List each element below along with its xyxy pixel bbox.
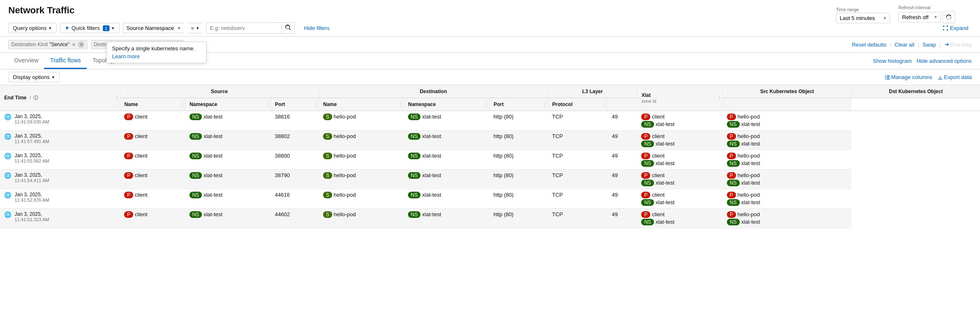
expand-button[interactable]: Expand bbox=[939, 23, 972, 33]
cell-dst-port-5: http (80) bbox=[489, 209, 548, 228]
protocol-val-1: TCP bbox=[552, 133, 563, 139]
col-sep-dst-ns: ⋮ bbox=[483, 101, 489, 108]
reset-defaults-link[interactable]: Reset defaults bbox=[852, 42, 886, 48]
cell-protocol-0: TCP bbox=[548, 111, 607, 131]
col-protocol: Protocol ⋮ bbox=[548, 98, 607, 111]
src-name-tag-3: P bbox=[124, 172, 133, 179]
col-group-src-kube-label: Src Kubernetes Object bbox=[760, 89, 814, 94]
src-kube-tag1-1: P bbox=[641, 133, 650, 140]
zone-id-val-0: 49 bbox=[612, 114, 617, 120]
cell-src-port-3: 38790 bbox=[271, 170, 319, 189]
src-kube-tag1-2: P bbox=[641, 153, 650, 159]
export-data-link[interactable]: Export data bbox=[938, 74, 972, 80]
hide-filters-button[interactable]: Hide filters bbox=[301, 23, 332, 33]
query-options-button[interactable]: Query options ▼ bbox=[8, 23, 57, 33]
tab-actions: Show histogram Hide advanced options bbox=[873, 58, 972, 64]
table-group-header-row: End Time ↑ ⓘ ⋮ Source Destination L3 Lay… bbox=[0, 85, 980, 98]
col-dst-port-label: Port bbox=[494, 101, 504, 107]
learn-more-link[interactable]: Learn more bbox=[112, 53, 201, 59]
dst-kube-tag2-1: NS bbox=[727, 141, 740, 147]
cell-protocol-5: TCP bbox=[548, 209, 607, 228]
time-sub-5: 11:41:51.323 AM bbox=[15, 217, 49, 222]
cell-dst-kube-0: P hello-pod NS xlat-test bbox=[723, 111, 852, 131]
dst-name-val-3: hello-pod bbox=[333, 172, 356, 178]
src-ns-val-0: xlat-test bbox=[204, 114, 223, 120]
cell-dst-name-5: S hello-pod bbox=[319, 209, 404, 228]
tab-overview[interactable]: Overview bbox=[8, 53, 44, 69]
col-dst-namespace-label: Namespace bbox=[408, 101, 436, 107]
quick-filters-button[interactable]: ▼ Quick filters 1 ▼ bbox=[60, 23, 119, 33]
dst-kube-val2-1: xlat-test bbox=[741, 141, 760, 147]
tooltip-box: Specify a single kubernetes name. Learn … bbox=[107, 42, 206, 63]
cell-src-name-2: P client bbox=[120, 150, 185, 170]
dst-kube-val2-2: xlat-test bbox=[741, 160, 760, 166]
dst-port-val-4: http (80) bbox=[493, 192, 513, 198]
source-namespace-select[interactable]: Source Namespace bbox=[123, 23, 184, 33]
cell-zone-id-5: 49 bbox=[607, 209, 637, 228]
dst-port-val-0: http (80) bbox=[493, 114, 513, 120]
col-sep-protocol: ⋮ bbox=[602, 101, 607, 108]
src-kube-val1-2: client bbox=[652, 153, 664, 159]
chip-dest-kind-remove[interactable]: × bbox=[71, 42, 76, 47]
manage-columns-link[interactable]: Manage columns bbox=[885, 74, 933, 80]
col-sep-src-port: ⋮ bbox=[313, 101, 318, 108]
col-end-time-info-icon[interactable]: ⓘ bbox=[33, 95, 38, 100]
quick-filters-badge: 1 bbox=[103, 25, 109, 31]
globe-icon-4: 🌐 bbox=[4, 192, 11, 198]
dst-name-tag-0: S bbox=[323, 114, 332, 120]
filter-icon: ▼ bbox=[65, 25, 70, 31]
cell-src-port-4: 44616 bbox=[271, 189, 319, 209]
src-port-val-0: 38816 bbox=[275, 114, 290, 120]
dst-kube-tag1-4: P bbox=[727, 192, 736, 198]
cell-src-name-4: P client bbox=[120, 189, 185, 209]
swap-link[interactable]: Swap bbox=[923, 42, 936, 48]
search-button[interactable] bbox=[281, 23, 294, 33]
table-row: 🌐 Jan 3, 2025, 11:41:59.030 AM P client … bbox=[0, 111, 980, 131]
table-col-header-row: Name ⋮ Namespace ⋮ Port ⋮ Name ⋮ Namespa… bbox=[0, 98, 980, 111]
src-kube-val1-0: client bbox=[652, 114, 664, 120]
cell-src-name-3: P client bbox=[120, 170, 185, 189]
display-options-chevron: ▼ bbox=[51, 75, 55, 79]
cell-src-ns-4: NS xlat-test bbox=[185, 189, 271, 209]
equals-chevron: ▼ bbox=[196, 26, 199, 30]
filter-input[interactable] bbox=[206, 23, 281, 33]
globe-icon-1: 🌐 bbox=[4, 133, 11, 140]
show-histogram-link[interactable]: Show histogram bbox=[873, 58, 912, 64]
cell-protocol-1: TCP bbox=[548, 131, 607, 150]
cell-dst-name-2: S hello-pod bbox=[319, 150, 404, 170]
sep3: | bbox=[939, 42, 940, 48]
chip-dest-kind-clear[interactable]: ✕ bbox=[78, 41, 85, 48]
dst-port-val-1: http (80) bbox=[493, 133, 513, 139]
table-row: 🌐 Jan 3, 2025, 11:41:51.323 AM P client … bbox=[0, 209, 980, 228]
refresh-interval-label: Refresh interval bbox=[898, 5, 955, 10]
refresh-icon bbox=[945, 14, 952, 20]
protocol-val-4: TCP bbox=[552, 192, 563, 198]
dst-ns-val-4: xlat-test bbox=[422, 192, 441, 198]
cell-dst-name-0: S hello-pod bbox=[319, 111, 404, 131]
src-name-val-2: client bbox=[135, 153, 147, 159]
dst-kube-val1-4: hello-pod bbox=[738, 192, 760, 198]
zone-id-val-4: 49 bbox=[612, 192, 617, 198]
equals-button[interactable]: = ▼ bbox=[188, 23, 203, 33]
cell-end-time-5: 🌐 Jan 3, 2025, 11:41:51.323 AM bbox=[0, 209, 120, 228]
cell-dst-port-3: http (80) bbox=[489, 170, 548, 189]
tab-traffic-flows[interactable]: Traffic flows bbox=[44, 53, 87, 69]
zone-id-val-3: 49 bbox=[612, 172, 617, 178]
col-group-source-label: Source bbox=[211, 89, 228, 94]
col-group-l3-label: L3 Layer bbox=[582, 89, 603, 94]
src-kube-tag2-0: NS bbox=[641, 121, 654, 128]
display-options-button[interactable]: Display options ▼ bbox=[8, 72, 60, 82]
src-ns-tag-4: NS bbox=[189, 192, 202, 198]
src-name-tag-0: P bbox=[124, 114, 133, 120]
page-title: Network Traffic bbox=[8, 5, 972, 16]
sort-asc-icon[interactable]: ↑ bbox=[29, 95, 31, 101]
dst-kube-tag1-1: P bbox=[727, 133, 736, 140]
cell-src-name-0: P client bbox=[120, 111, 185, 131]
cell-src-kube-3: P client NS xlat-test bbox=[637, 170, 722, 189]
cell-dst-kube-1: P hello-pod NS xlat-test bbox=[723, 131, 852, 150]
col-src-port: Port ⋮ bbox=[271, 98, 319, 111]
hide-advanced-options-link[interactable]: Hide advanced options bbox=[917, 58, 972, 64]
clear-all-link[interactable]: Clear all bbox=[895, 42, 915, 48]
src-kube-tag2-5: NS bbox=[641, 219, 654, 225]
cell-src-ns-3: NS xlat-test bbox=[185, 170, 271, 189]
